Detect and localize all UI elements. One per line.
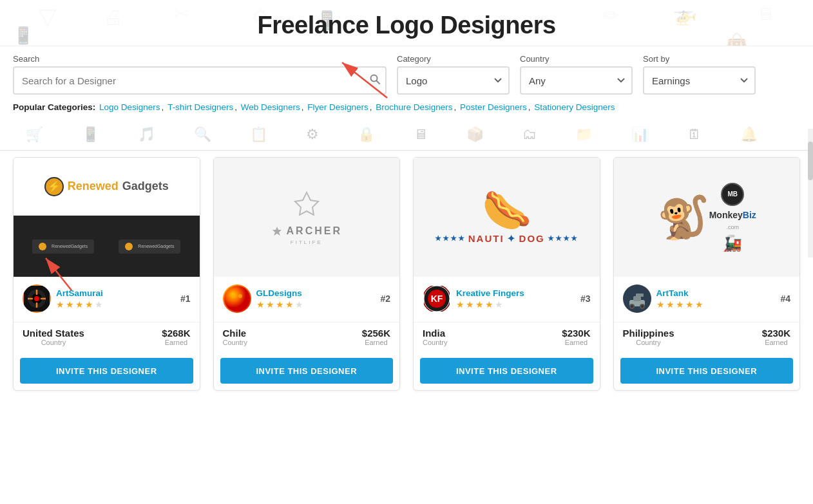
country-value-2: Chile	[223, 328, 248, 339]
search-label: Search	[13, 54, 387, 64]
country-label-4: Country	[623, 339, 674, 346]
designers-grid: ⚡ RenewedGadgets RenewedGadgets RenewedG…	[0, 151, 813, 404]
invite-button-1[interactable]: INVITE THIS DESIGNER	[20, 358, 193, 384]
svg-point-16	[224, 286, 250, 312]
stars-2: ★ ★ ★ ★ ★	[256, 299, 303, 310]
portfolio-2: ARCHER FITLIFE	[214, 158, 400, 277]
stars-1: ★ ★ ★ ★ ★	[56, 299, 103, 310]
country-label-1: Country	[23, 339, 84, 346]
designer-card-2: ARCHER FITLIFE	[213, 157, 401, 391]
designer-card-1: ⚡ RenewedGadgets RenewedGadgets RenewedG…	[13, 157, 200, 391]
sortby-select[interactable]: Earnings Rating Reviews	[643, 66, 756, 95]
designer-name-1[interactable]: ArtSamurai	[56, 288, 103, 298]
earned-label-3: Earned	[562, 339, 590, 346]
country-select[interactable]: Any United States Chile India Philippine…	[520, 66, 633, 95]
country-label-3: Country	[423, 339, 448, 346]
portfolio-3: 🌭 ★★★★ NAUTI ✦ DOG ★★★★	[414, 158, 600, 277]
country-value-4: Philippines	[623, 328, 674, 339]
designer-name-4[interactable]: ArtTank	[656, 288, 703, 298]
svg-marker-15	[273, 227, 282, 236]
invite-button-2[interactable]: INVITE THIS DESIGNER	[220, 358, 394, 384]
portfolio-1: ⚡ RenewedGadgets RenewedGadgets RenewedG…	[14, 158, 200, 277]
country-label: Country	[520, 54, 633, 64]
svg-marker-14	[295, 192, 318, 215]
avatar-4	[623, 285, 651, 313]
avatar-2	[223, 285, 251, 313]
country-value-3: India	[423, 328, 448, 339]
svg-rect-25	[636, 294, 644, 297]
search-button[interactable]	[370, 74, 380, 87]
svg-line-1	[377, 81, 380, 84]
invite-button-3[interactable]: INVITE THIS DESIGNER	[420, 358, 593, 384]
svg-rect-24	[633, 296, 641, 301]
rank-4: #4	[780, 294, 790, 304]
svg-point-28	[631, 305, 633, 308]
card-stats-2: Chile Country $256K Earned	[214, 322, 400, 351]
earned-value-2: $256K	[362, 328, 390, 339]
rank-2: #2	[380, 294, 390, 304]
card-stats-3: India Country $230K Earned	[414, 322, 600, 351]
designer-card-4: 🐒 MB MonkeyBiz .com 🚂	[613, 157, 801, 391]
rank-1: #1	[180, 294, 191, 304]
rank-3: #3	[580, 294, 591, 304]
cat-link-web[interactable]: Web Designers	[241, 102, 300, 112]
sortby-label: Sort by	[643, 54, 756, 64]
cat-link-flyer[interactable]: Flyer Designers	[307, 102, 368, 112]
invite-button-4[interactable]: INVITE THIS DESIGNER	[620, 358, 794, 384]
avatar-3: KF	[423, 285, 451, 313]
country-label-2: Country	[223, 339, 248, 346]
earned-label-1: Earned	[162, 339, 190, 346]
earned-value-4: $230K	[762, 328, 790, 339]
designer-name-2[interactable]: GLDesigns	[256, 288, 303, 298]
scrollbar[interactable]	[808, 129, 813, 257]
cat-link-tshirt[interactable]: T-shirt Designers	[167, 102, 233, 112]
stars-4: ★ ★ ★ ★ ★	[656, 299, 703, 310]
category-label: Category	[397, 54, 510, 64]
page-title: Freelance Logo Designers	[13, 12, 800, 39]
cat-link-logo[interactable]: Logo Designers	[99, 102, 160, 112]
earned-label-2: Earned	[362, 339, 390, 346]
popular-categories: Popular Categories: Logo Designers, T-sh…	[0, 95, 813, 118]
portfolio-4: 🐒 MB MonkeyBiz .com 🚂	[614, 158, 800, 277]
stars-3: ★ ★ ★ ★ ★	[456, 299, 524, 310]
cat-link-poster[interactable]: Poster Designers	[460, 102, 527, 112]
card-stats-1: United States Country $268K Earned	[14, 322, 200, 351]
svg-point-18	[238, 294, 242, 298]
earned-value-3: $230K	[562, 328, 590, 339]
cat-link-brochure[interactable]: Brochure Designers	[376, 102, 452, 112]
cat-link-stationery[interactable]: Stationery Designers	[534, 102, 615, 112]
designer-card-3: 🌭 ★★★★ NAUTI ✦ DOG ★★★★	[413, 157, 600, 391]
earned-label-4: Earned	[762, 339, 790, 346]
avatar-1	[23, 285, 51, 313]
card-stats-4: Philippines Country $230K Earned	[614, 322, 800, 351]
search-input[interactable]	[13, 66, 387, 95]
designer-name-3[interactable]: Kreative Fingers	[456, 288, 524, 298]
country-value-1: United States	[23, 328, 84, 339]
svg-point-29	[641, 305, 644, 308]
svg-text:KF: KF	[431, 294, 443, 304]
earned-value-1: $268K	[162, 328, 190, 339]
category-select[interactable]: Logo T-shirt Web Flyer Brochure Poster S…	[397, 66, 510, 95]
svg-point-7	[34, 296, 39, 301]
svg-point-17	[232, 294, 236, 298]
